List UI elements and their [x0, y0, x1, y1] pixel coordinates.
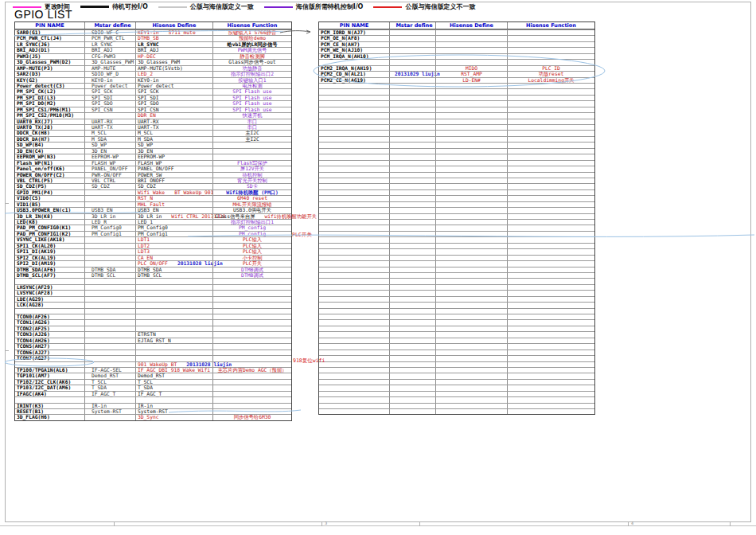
- table-row: [319, 408, 594, 414]
- pin-name-cell: TCON7(AG27): [15, 356, 84, 361]
- hisense-define-cell: [435, 285, 507, 290]
- cell-text: 串口: [247, 119, 258, 124]
- table-row: PWM3(J5)CFG-PWM3HP-DEC静音检测脚: [15, 53, 291, 59]
- table-row: POWER_ON/OFF(C2)PWR-ON/OFFPOWER_SW待机控制: [15, 172, 291, 178]
- cell-text: 给vb1屏的LR同步信号: [227, 41, 277, 47]
- hisense-function-cell: [212, 397, 291, 402]
- mstar-define-cell: [389, 166, 435, 171]
- cell-text: CA_EN: [138, 255, 153, 260]
- cell-text: VBL_CTRL: [92, 178, 115, 183]
- column-header: PIN NAME: [319, 22, 389, 29]
- mstar-define-cell: [389, 249, 435, 254]
- mstar-define-cell: [389, 149, 435, 154]
- hisense-function-cell: [507, 237, 594, 242]
- cell-text: 小卡控制: [242, 255, 262, 260]
- mstar-define-cell: [389, 356, 435, 361]
- cell-text: SPI_CSN: [138, 107, 159, 112]
- pin-name-cell: [319, 279, 389, 283]
- column-header: Hisense Define: [435, 22, 507, 29]
- table-row: PCM2_CD_N(AL21)20131029 liujinRST_AMP功放r…: [319, 71, 594, 76]
- pin-name-cell: [319, 96, 389, 100]
- mstar-define-cell: [389, 303, 435, 307]
- hisense-define-cell: [435, 268, 507, 272]
- pin-name-cell: [319, 154, 389, 159]
- hisense-define-cell: [435, 249, 507, 254]
- hisense-define-cell: [435, 326, 507, 331]
- cell-text: 背光开关控制: [237, 178, 267, 183]
- table-row: SPI2_CK(AL19)CA_EN小卡控制: [15, 255, 291, 260]
- cell-text: 功放reset: [539, 71, 564, 76]
- table-row: [319, 119, 594, 124]
- pin-name-cell: [319, 214, 389, 219]
- pin-name-cell: [319, 149, 389, 154]
- hisense-define-cell: [135, 320, 212, 325]
- cell-text: M_SCL: [92, 130, 107, 135]
- mstar-define-cell: [389, 48, 435, 53]
- table-row: AMP-MUTE(P3)AMP-MUTEAMP-MUTE(5Vstb)功放静音: [15, 65, 291, 71]
- hisense-define-cell: [435, 89, 507, 94]
- hisense-define-cell: [135, 285, 212, 290]
- table-row: TCON6(AJ27): [15, 350, 291, 355]
- mstar-define-cell: [389, 101, 435, 106]
- hisense-function-cell: [212, 385, 291, 390]
- table-row: 3D_Glasses_PWM(D2)3D_Glasses_PWM3D_Glass…: [15, 59, 291, 64]
- mstar-define-cell: [389, 143, 435, 147]
- hisense-define-cell: [435, 101, 507, 106]
- hisense-define-cell: [435, 220, 507, 225]
- mstar-define-cell: [389, 409, 435, 414]
- mstar-define-cell: [389, 78, 435, 83]
- hisense-function-cell: [507, 244, 594, 248]
- cell-text: PM_config: [239, 225, 266, 230]
- table-row: [319, 243, 594, 248]
- hisense-define-cell: [435, 119, 507, 124]
- pin-name-cell: [319, 373, 389, 378]
- cell-text: T_SCL: [92, 379, 107, 385]
- cell-text: PLC输入: [243, 248, 262, 254]
- hisense-define-cell: [435, 96, 507, 100]
- table-row: SPI2_DI(AM19)PLC_ON/OFF20131028 liujinPL…: [15, 260, 291, 266]
- table-row: [319, 213, 594, 219]
- cell-text: 预留给demo: [239, 35, 266, 41]
- pin-name-cell: [319, 268, 389, 272]
- pin-name-cell: TCON1(AG26): [15, 320, 84, 325]
- pin-name-cell: [319, 84, 389, 88]
- sheet-tick: [5, 203, 9, 204]
- cell-text: PWM调光信号: [238, 47, 267, 53]
- table-row: SPI1_CK(AL20)LDT2PLC输入: [15, 243, 291, 248]
- mstar-define-cell: [84, 303, 135, 307]
- hisense-function-cell: [507, 320, 594, 325]
- mstar-define-cell: [389, 368, 435, 373]
- table-row: [319, 166, 594, 171]
- table-row: TCON3(AJ26)ETRSTN: [15, 331, 291, 337]
- table-row: TCON1(AG26): [15, 319, 291, 325]
- cell-text: SDIO_WF_D: [92, 71, 119, 76]
- pin-name-cell: [319, 256, 389, 260]
- table-row: PM_SPI_CK(L2)SPI_SCKSPI_SCKSPI Flash use: [15, 88, 291, 94]
- table-row: LED(K8)LED_RLED_1指示灯控制输出口1: [15, 219, 291, 225]
- pin-name-cell: DDCR_CK(H8): [15, 131, 84, 135]
- hisense-function-cell: [507, 220, 594, 225]
- hisense-define-cell: [435, 131, 507, 135]
- hisense-define-cell: [135, 344, 212, 349]
- table-row: TP100/TPGA1N(AL6)IF-AGC-SELIF_AGC_DBI_91…: [15, 367, 291, 373]
- pin-name-cell: [319, 190, 389, 195]
- hisense-function-cell: [507, 214, 594, 219]
- pin-name-cell: [319, 297, 389, 302]
- table-row: [319, 130, 594, 135]
- hisense-function-cell: [507, 373, 594, 378]
- hisense-function-cell: [507, 89, 594, 94]
- table-row: [319, 319, 594, 325]
- table-row: LDE(AG29): [15, 296, 291, 302]
- mstar-define-cell: [389, 404, 435, 408]
- cell-text: AMP-MUTE: [92, 65, 115, 71]
- cell-text: DTMB调试: [241, 267, 263, 272]
- column-header: Hisense Define: [135, 22, 212, 29]
- table-row: [319, 302, 594, 307]
- table-row: TCON5(AH27): [15, 343, 291, 349]
- column-header: Hisense Function: [212, 22, 291, 29]
- cell-text: LED_R: [92, 219, 107, 225]
- hisense-define-cell: [435, 380, 507, 385]
- mstar-define-cell: [84, 309, 135, 314]
- mstar-define-cell: [389, 256, 435, 260]
- hisense-define-cell: [435, 244, 507, 248]
